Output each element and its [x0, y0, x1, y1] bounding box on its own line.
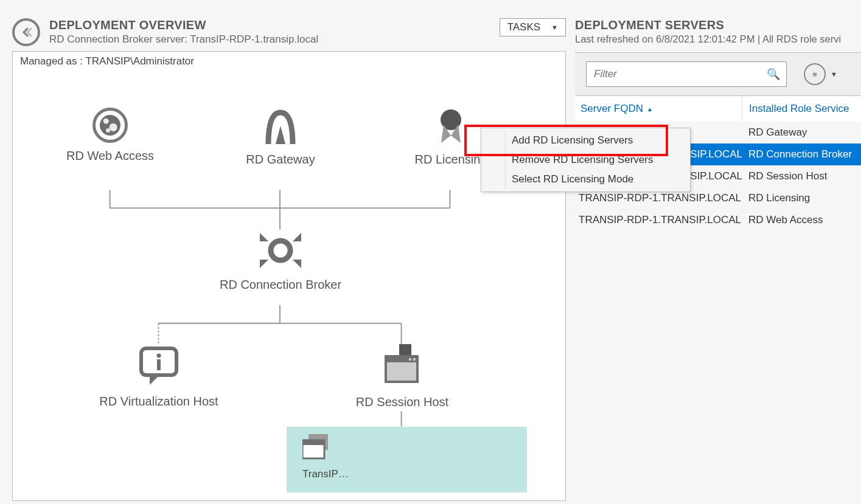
- tile-label: TransIP…: [302, 468, 349, 480]
- svg-rect-19: [409, 358, 411, 361]
- svg-rect-15: [157, 359, 161, 370]
- view-options-button[interactable]: ≡ ▼: [804, 63, 837, 85]
- overview-title: DEPLOYMENT OVERVIEW: [49, 18, 500, 32]
- windows-icon: [302, 434, 333, 460]
- cell-fqdn: TRANSIP-RDP-1.TRANSIP.LOCAL: [575, 214, 742, 226]
- deployment-diagram: Managed as : TRANSIP\Administrator: [12, 51, 566, 501]
- menu-item-label: Add RD Licensing Servers: [512, 134, 633, 146]
- session-host-icon: [317, 342, 487, 389]
- svg-point-12: [271, 241, 290, 260]
- svg-point-14: [157, 354, 161, 358]
- managed-as-label: Managed as : TRANSIP\Administrator: [13, 52, 565, 71]
- cell-role: RD Web Access: [742, 214, 861, 226]
- menu-icon: [484, 170, 506, 189]
- node-rd-gateway[interactable]: RD Gateway: [195, 108, 366, 167]
- menu-item-label: Remove RD Licensing Servers: [512, 154, 653, 165]
- tasks-label: TASKS: [507, 21, 540, 33]
- table-row[interactable]: TRANSIP-RDP-1.TRANSIP.LOCALRD Web Access: [575, 209, 861, 231]
- menu-item[interactable]: Add RD Licensing Servers: [481, 131, 690, 150]
- node-rd-session-host[interactable]: RD Session Host: [317, 342, 487, 409]
- svg-rect-20: [413, 358, 416, 361]
- filter-input[interactable]: [593, 67, 767, 81]
- cell-fqdn: TRANSIP-RDP-1.TRANSIP.LOCAL: [575, 192, 742, 204]
- node-rd-virtualization-host[interactable]: RD Virtualization Host: [74, 345, 244, 409]
- filter-input-wrap[interactable]: 🔍: [586, 61, 787, 87]
- column-installed-role[interactable]: Installed Role Service: [742, 96, 861, 122]
- menu-icon: [484, 131, 506, 150]
- info-bubble-icon: [74, 345, 244, 388]
- chevron-down-icon: ▼: [831, 71, 837, 78]
- tasks-dropdown[interactable]: TASKS ▼: [500, 18, 566, 36]
- globe-icon: [92, 108, 128, 143]
- menu-item[interactable]: Select RD Licensing Mode: [481, 170, 690, 189]
- node-label: RD Session Host: [317, 395, 487, 409]
- node-rd-connection-broker[interactable]: RD Connection Broker: [195, 229, 366, 292]
- search-icon[interactable]: 🔍: [767, 67, 780, 81]
- sort-asc-icon: ▲: [647, 106, 653, 112]
- col-label: Server FQDN: [580, 103, 643, 115]
- overview-icon: [12, 18, 40, 46]
- node-label: RD Web Access: [25, 149, 195, 163]
- node-label: RD Virtualization Host: [74, 395, 244, 409]
- filter-bar: 🔍 ≡ ▼: [575, 52, 861, 96]
- node-label: RD Gateway: [195, 153, 366, 167]
- menu-icon: [484, 150, 506, 170]
- cell-role: RD Licensing: [742, 192, 861, 204]
- servers-title: DEPLOYMENT SERVERS: [575, 18, 861, 32]
- cell-role: RD Gateway: [742, 126, 861, 139]
- menu-item[interactable]: Remove RD Licensing Servers: [481, 150, 690, 170]
- licensing-context-menu: Add RD Licensing ServersRemove RD Licens…: [481, 128, 691, 192]
- menu-item-label: Select RD Licensing Mode: [512, 173, 633, 185]
- svg-rect-18: [386, 356, 417, 362]
- list-icon: ≡: [804, 63, 826, 85]
- arch-icon: [195, 108, 366, 147]
- overview-subtitle: RD Connection Broker server: TransIP-RDP…: [49, 33, 500, 46]
- node-rd-web-access[interactable]: RD Web Access: [25, 108, 195, 163]
- servers-refreshed: Last refreshed on 6/8/2021 12:01:42 PM |…: [575, 33, 861, 45]
- cell-role: RD Session Host: [742, 170, 861, 182]
- chevron-down-icon: ▼: [551, 24, 558, 31]
- session-host-tile[interactable]: TransIP…: [287, 427, 527, 492]
- node-label: RD Connection Broker: [195, 278, 366, 292]
- column-server-fqdn[interactable]: Server FQDN ▲: [575, 96, 742, 122]
- col-label: Installed Role Service: [749, 103, 849, 115]
- cell-role: RD Connection Broker: [742, 148, 861, 161]
- svg-rect-23: [302, 440, 324, 445]
- broker-icon: [195, 229, 366, 272]
